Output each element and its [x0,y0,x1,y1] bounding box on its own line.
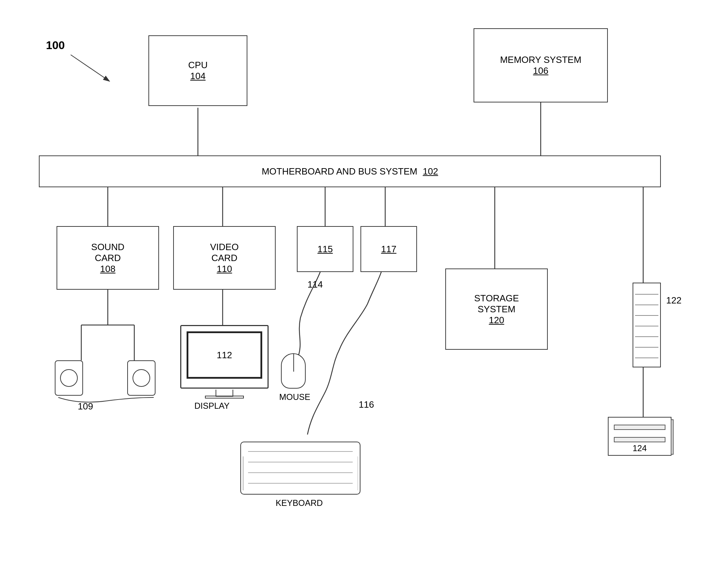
motherboard-ref: 102 [423,166,438,177]
display-ref: 112 [217,350,232,361]
svg-line-1 [71,55,110,81]
mouse-connector-label: 114 [307,279,323,290]
sound-card-ref: 108 [100,264,115,274]
memory-box: MEMORY SYSTEM 106 [474,28,608,102]
usb2-box: 117 [360,226,417,272]
keyboard-shape [240,442,360,495]
mouse-shape [281,353,306,389]
cpu-ref: 104 [190,71,205,82]
keyboard-ref: 116 [359,399,374,410]
speaker-left [55,360,83,396]
system-label: 100 [46,39,65,52]
device-124-shape: 124 [608,417,671,456]
display-container: 112 DISPLAY [173,325,276,406]
usb1-box: 115 [297,226,353,272]
video-card-ref: 110 [217,264,232,274]
cpu-box: CPU 104 [148,35,247,106]
video-card-label: VIDEOCARD [210,242,239,264]
usb2-ref: 117 [381,244,396,255]
storage-label: STORAGESYSTEM [474,293,519,315]
sound-card-box: SOUNDCARD 108 [57,226,159,290]
memory-label: MEMORY SYSTEM [500,54,581,65]
speaker-right [127,360,155,396]
usb1-ref: 115 [317,244,333,255]
storage-ref: 120 [489,315,504,326]
motherboard-label: MOTHERBOARD AND BUS SYSTEM 102 [262,166,438,177]
memory-ref: 106 [533,65,548,76]
sound-card-label: SOUNDCARD [91,242,124,264]
device-122-shape [633,283,661,367]
storage-box: STORAGESYSTEM 120 [445,268,548,350]
device-124-ref: 124 [633,443,647,453]
cpu-label: CPU [188,60,208,71]
keyboard-label: KEYBOARD [276,498,323,508]
video-card-box: VIDEOCARD 110 [173,226,276,290]
diagram: 100 CPU 104 MEMORY SYSTEM 106 MOTHERBOAR… [0,0,728,561]
speakers-brace [55,396,157,406]
motherboard-box: MOTHERBOARD AND BUS SYSTEM 102 [39,155,661,187]
display-label: DISPLAY [194,401,230,411]
device-122-ref: 122 [666,295,681,306]
mouse-label: MOUSE [279,392,310,402]
